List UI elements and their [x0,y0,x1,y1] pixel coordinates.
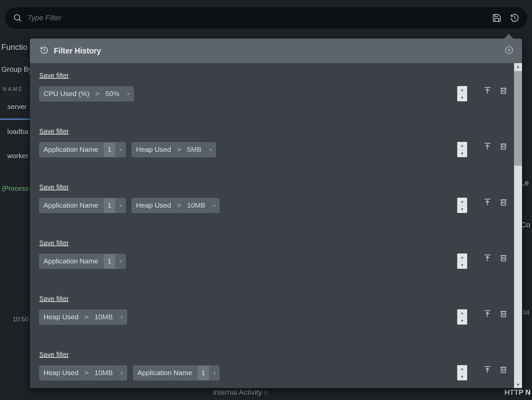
save-filter-link[interactable]: Save filter [39,295,69,303]
stepper-up-button[interactable]: ▲ [457,142,467,150]
delete-filter-icon[interactable] [499,309,508,319]
chip-remove-button[interactable]: × [115,198,125,213]
apply-filter-icon[interactable] [483,253,492,263]
chip-remove-button[interactable]: × [205,143,215,157]
popover-history-icon [40,46,49,56]
save-filter-link[interactable]: Save filter [39,183,69,191]
apply-filter-icon[interactable] [483,198,492,208]
history-row: Save filterCPU Used (%)>50%×▲▼ [30,63,514,119]
scrollbar-track[interactable]: ▲ ▼ [514,63,522,388]
popover-title: Filter History [54,47,101,55]
history-row-main: Save filterApplication Name1×▲▼ [30,231,477,286]
chips-wrap: Application Name1×Heap Used>5MB× [39,142,451,157]
chips-row: Heap Used>10MB×Application Name1×▲▼ [39,365,467,380]
delete-filter-icon[interactable] [499,142,508,152]
history-row: Save filterApplication Name1×Heap Used>5… [30,119,514,175]
chip-value: 50% [101,87,123,101]
save-filter-icon[interactable] [491,13,502,23]
filter-chip[interactable]: Heap Used>10MB× [39,310,127,325]
stepper-down-button[interactable]: ▼ [457,206,467,213]
chip-remove-button[interactable]: × [117,310,127,324]
priority-stepper[interactable]: ▲▼ [457,365,467,380]
history-row: Save filterHeap Used>10MB×▲▼ [30,286,514,342]
history-icon[interactable] [509,13,520,23]
stepper-down-button[interactable]: ▼ [457,261,467,269]
filter-chip[interactable]: Heap Used>5MB× [132,142,216,157]
chip-operator: > [93,87,101,101]
priority-stepper[interactable]: ▲▼ [457,198,467,213]
chip-operator: > [82,366,90,380]
save-filter-link[interactable]: Save filter [39,239,69,247]
priority-stepper[interactable]: ▲▼ [457,253,467,269]
chips-wrap: CPU Used (%)>50%× [39,86,451,101]
priority-stepper[interactable]: ▲▼ [457,142,467,157]
stepper-down-button[interactable]: ▼ [457,94,467,102]
background-right: Le Co :34 [521,36,532,316]
topbar-wrapper [0,0,532,32]
stepper-up-button[interactable]: ▲ [457,309,467,317]
scroll-down-button[interactable]: ▼ [514,381,522,388]
filter-input[interactable] [28,14,485,22]
chip-label: Heap Used [132,198,175,213]
chip-remove-button[interactable]: × [117,366,127,380]
topbar-actions [491,13,520,23]
history-row-actions [477,286,514,342]
filter-chip[interactable]: CPU Used (%)>50%× [39,86,134,101]
close-popover-button[interactable] [505,46,513,56]
chip-label: Heap Used [40,310,82,324]
chip-remove-button[interactable]: × [209,366,219,380]
stepper-up-button[interactable]: ▲ [457,365,467,373]
delete-filter-icon[interactable] [499,253,508,263]
delete-filter-icon[interactable] [499,365,508,375]
svg-rect-13 [501,144,506,149]
history-row-main: Save filterCPU Used (%)>50%×▲▼ [30,63,477,119]
apply-filter-icon[interactable] [483,309,492,319]
chip-value: 5MB [183,143,205,157]
bg-row-loadba[interactable]: loadba [0,120,33,144]
history-row: Save filterApplication Name1×Heap Used>1… [30,175,514,231]
stepper-up-button[interactable]: ▲ [457,198,467,206]
priority-stepper[interactable]: ▲▼ [457,309,467,325]
chips-row: CPU Used (%)>50%×▲▼ [39,86,467,101]
history-row-actions [477,342,514,388]
search-icon [13,13,23,23]
apply-filter-icon[interactable] [483,142,492,152]
save-filter-link[interactable]: Save filter [39,128,69,135]
filter-chip[interactable]: Application Name1× [39,198,126,213]
chip-remove-button[interactable]: × [115,254,125,268]
filter-chip[interactable]: Application Name1× [39,254,126,269]
scroll-up-button[interactable]: ▲ [514,63,522,70]
filter-chip[interactable]: Heap Used>10MB× [39,365,127,380]
chips-row: Application Name1×▲▼ [39,253,467,269]
delete-filter-icon[interactable] [499,198,508,208]
scrollbar-thumb[interactable] [514,71,522,166]
apply-filter-icon[interactable] [483,86,492,96]
stepper-up-button[interactable]: ▲ [457,86,467,94]
filter-chip[interactable]: Application Name1× [39,142,126,157]
svg-line-1 [19,20,21,22]
bg-row-worker[interactable]: worker [0,144,33,168]
stepper-down-button[interactable]: ▼ [457,317,467,325]
filter-chip[interactable]: Application Name1× [133,365,219,380]
chip-label: Application Name [40,254,102,268]
history-row-main: Save filterHeap Used>10MB×Application Na… [30,342,477,388]
chips-wrap: Application Name1×Heap Used>10MB× [39,198,451,213]
chip-remove-button[interactable]: × [209,198,219,213]
save-filter-link[interactable]: Save filter [39,351,69,358]
stepper-down-button[interactable]: ▼ [457,150,467,157]
apply-filter-icon[interactable] [483,365,492,375]
chip-remove-button[interactable]: × [123,87,133,101]
chip-operator: > [82,310,90,324]
bg-row-server[interactable]: server [0,95,33,120]
chip-remove-button[interactable]: × [115,143,125,157]
delete-filter-icon[interactable] [499,86,508,96]
stepper-down-button[interactable]: ▼ [457,373,467,381]
chip-label: Application Name [133,366,196,380]
priority-stepper[interactable]: ▲▼ [457,86,467,101]
filter-chip[interactable]: Heap Used>10MB× [132,198,219,213]
chip-value: 10MB [90,310,117,324]
save-filter-link[interactable]: Save filter [39,72,69,79]
chip-label: Heap Used [132,143,175,157]
stepper-up-button[interactable]: ▲ [457,253,467,261]
chips-wrap: Heap Used>10MB× [39,310,451,325]
